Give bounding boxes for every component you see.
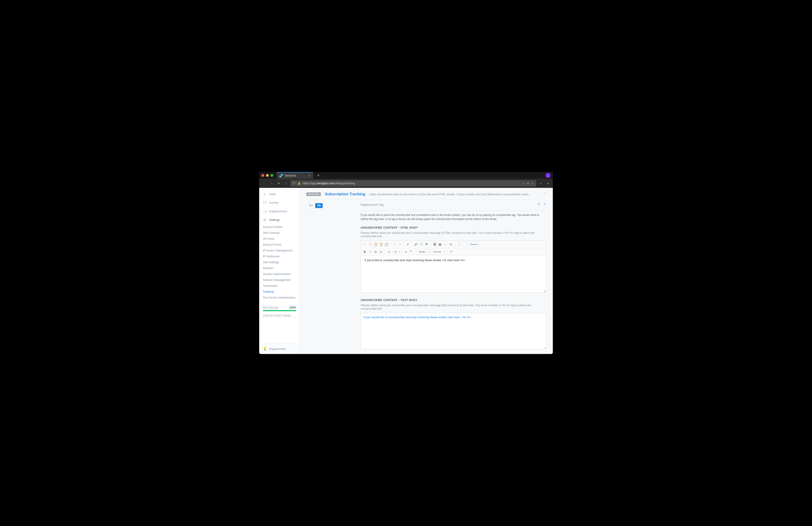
subnav-subuser-management[interactable]: Subuser Management xyxy=(259,277,300,283)
main-content: INACTIVE Subscription Tracking Adds unsu… xyxy=(300,188,553,354)
tab-title: SendGrid xyxy=(285,174,296,177)
replacement-tag-help: If you would like to place the unsubscri… xyxy=(361,213,547,221)
setting-header: INACTIVE Subscription Tracking Adds unsu… xyxy=(306,188,547,200)
reputation-value: 100% xyxy=(289,306,296,309)
paste-icon[interactable]: 📋 xyxy=(373,242,378,247)
subnav-alert-settings[interactable]: Alert Settings xyxy=(259,230,300,236)
editor-toolbar: ✂ ⧉ 📋 📋 📋 ↶ ↷ ✔ 🔗 ⛓ xyxy=(361,241,546,255)
special-char-icon[interactable]: Ω xyxy=(448,242,453,247)
nav-home-button[interactable]: ⌂ xyxy=(283,181,289,186)
link-icon[interactable]: 🔗 xyxy=(413,242,418,247)
subnav-tracking[interactable]: Tracking xyxy=(259,289,300,295)
anchor-icon[interactable]: ⚑ xyxy=(424,242,429,247)
sidebar-item-settings[interactable]: Settings ⌄ xyxy=(259,215,300,224)
sidebar-item-experiments[interactable]: 💡 Experiments xyxy=(259,343,300,354)
table-icon[interactable]: ▦ xyxy=(437,242,443,247)
subnav-api-keys[interactable]: API Keys xyxy=(259,236,300,242)
subnav-ip-addresses[interactable]: IP Addresses xyxy=(259,254,300,259)
new-tab-button[interactable]: + xyxy=(315,173,322,178)
chevron-down-icon: ⌄ xyxy=(294,210,296,212)
sendgrid-favicon-icon xyxy=(279,174,283,177)
blockquote-icon[interactable]: ❞ xyxy=(408,249,413,254)
subnav-partners[interactable]: Partners xyxy=(259,265,300,271)
undo-icon[interactable]: ↶ xyxy=(392,242,397,247)
sidebar: Stats ⌄ Activity Suppressions ⌄ xyxy=(259,188,300,354)
url-bar[interactable]: 🛡 🔒 https://app.sendgrid.com/settings/tr… xyxy=(290,180,536,186)
sidebar-item-suppressions[interactable]: Suppressions ⌄ xyxy=(259,207,300,215)
help-icon[interactable]: ? xyxy=(449,249,454,254)
paste-word-icon[interactable]: 📋 xyxy=(384,242,389,247)
italic-icon[interactable]: I xyxy=(368,249,373,254)
subnav-account-details[interactable]: Account Details xyxy=(259,224,300,230)
envelope-block-icon xyxy=(263,209,267,213)
outdent-icon[interactable]: ⇤ xyxy=(397,249,402,254)
spellcheck-icon[interactable]: ✔ xyxy=(405,242,410,247)
source-button[interactable]: 📄 Source xyxy=(464,242,479,247)
subnav-teammates[interactable]: Teammates xyxy=(259,283,300,289)
svg-point-13 xyxy=(264,219,265,219)
sidebar-item-stats[interactable]: Stats ⌄ xyxy=(259,190,300,198)
text-body-textarea[interactable] xyxy=(361,313,547,349)
sidebar-item-label: Activity xyxy=(269,201,278,205)
sidebar-item-label: Suppressions xyxy=(269,210,287,213)
reader-icon[interactable]: ▾ xyxy=(527,182,529,185)
image-icon[interactable]: 🖼 xyxy=(432,242,437,247)
tab-close-icon[interactable]: × xyxy=(308,174,310,177)
indent-icon[interactable]: ⇥ xyxy=(403,249,408,254)
envelope-icon xyxy=(263,200,267,205)
hr-icon[interactable]: — xyxy=(443,242,448,247)
nav-back-button[interactable]: ← xyxy=(261,181,267,186)
editor-content[interactable]: If you'd like to unsubscribe and stop re… xyxy=(361,255,546,289)
rich-text-editor: ✂ ⧉ 📋 📋 📋 ↶ ↷ ✔ 🔗 ⛓ xyxy=(361,241,547,292)
reputation-label: REPUTATION xyxy=(263,306,278,309)
subnav-mail-settings[interactable]: Mail Settings xyxy=(259,259,300,265)
subnav-sender-authentication[interactable]: Sender Authentication xyxy=(259,271,300,277)
window-minimize-button[interactable] xyxy=(266,174,269,177)
chevron-up-icon[interactable]: ⌃ xyxy=(544,193,547,196)
paste-text-icon[interactable]: 📋 xyxy=(379,242,383,247)
window-close-button[interactable] xyxy=(261,174,264,177)
hamburger-menu-button[interactable]: ≡ xyxy=(545,181,551,186)
sliders-icon xyxy=(263,218,267,222)
text-body-hint: Please define what you would like your u… xyxy=(361,303,547,310)
html-body-heading: UNSUBSCRIBE CONTENT - HTML BODY xyxy=(361,226,547,229)
browser-toolbar: ← → ⟳ ⌂ 🛡 🔒 https://app.sendgrid.com/set… xyxy=(259,179,553,188)
ellipsis-icon[interactable]: ⋯ xyxy=(522,182,525,185)
maximize-icon[interactable]: ⛶ xyxy=(456,242,461,247)
svg-rect-3 xyxy=(263,194,264,195)
page-content: Stats ⌄ Activity Suppressions ⌄ xyxy=(259,188,553,354)
editor-resize-handle[interactable]: ◢ xyxy=(361,289,546,292)
on-off-toggle[interactable]: OFF ON xyxy=(306,203,323,208)
subnav-inbound-parse[interactable]: Inbound Parse xyxy=(259,242,300,247)
html-body-hint: Please define what you would like your u… xyxy=(361,231,547,238)
overflow-button[interactable]: » xyxy=(538,181,543,186)
svg-rect-6 xyxy=(263,201,266,204)
nav-reload-button[interactable]: ⟳ xyxy=(276,181,281,186)
reputation-bar xyxy=(263,310,296,311)
experiments-label: Experiments xyxy=(270,347,286,350)
bookmark-icon[interactable]: ☆ xyxy=(531,182,534,185)
cut-icon[interactable]: ✂ xyxy=(362,242,367,247)
styles-dropdown[interactable]: Styles xyxy=(417,249,430,254)
copy-icon[interactable]: ⧉ xyxy=(368,242,373,247)
remove-format-icon[interactable]: Ix xyxy=(379,249,383,254)
toggle-on-label: ON xyxy=(315,203,323,208)
redo-icon[interactable]: ↷ xyxy=(397,242,402,247)
sidebar-item-activity[interactable]: Activity xyxy=(259,198,300,207)
nav-forward-button[interactable]: → xyxy=(269,181,274,186)
setting-title: Subscription Tracking xyxy=(325,192,365,196)
cancel-button[interactable]: ✕ xyxy=(537,202,540,206)
subnav-two-factor-authentication[interactable]: Two-Factor Authentication xyxy=(259,295,300,301)
chevron-down-icon: ⌄ xyxy=(294,193,296,195)
subnav-ip-access-management[interactable]: IP Access Management xyxy=(259,247,300,254)
view-account-usage-link[interactable]: VIEW ACCOUNT USAGE xyxy=(263,314,296,317)
strikethrough-icon[interactable]: S xyxy=(373,249,378,254)
numbered-list-icon[interactable]: ≡ xyxy=(387,249,392,254)
bold-icon[interactable]: B xyxy=(362,249,367,254)
bulleted-list-icon[interactable]: ⋮≡ xyxy=(392,249,397,254)
unlink-icon[interactable]: ⛓ xyxy=(419,242,424,247)
format-dropdown[interactable]: Format xyxy=(431,249,446,254)
window-zoom-button[interactable] xyxy=(271,174,273,177)
browser-tab[interactable]: SendGrid × xyxy=(277,172,313,179)
save-button[interactable]: ✓ xyxy=(543,202,547,206)
